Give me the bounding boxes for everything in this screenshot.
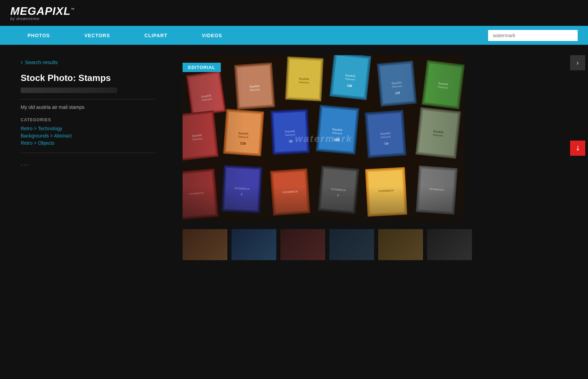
svg-text:30: 30	[289, 139, 293, 143]
nav-item-photos[interactable]: PHOTOS	[10, 26, 67, 45]
svg-text:Republik: Republik	[285, 130, 295, 133]
chevron-left-icon: ‹	[21, 59, 23, 66]
categories-label: CATEGORIES	[21, 117, 169, 122]
svg-text:720: 720	[384, 142, 389, 145]
svg-text:Österreich: Österreich	[299, 81, 309, 84]
logo-sub: by by dreamstimedreamstime	[10, 17, 40, 21]
image-area: EDITORIAL	[183, 55, 567, 276]
thumbnail-1[interactable]	[183, 229, 227, 260]
photo-id-row	[21, 88, 117, 93]
sidebar-divider-2	[21, 153, 155, 153]
right-btn-1[interactable]: ›	[570, 55, 585, 70]
thumbnail-2[interactable]	[231, 229, 276, 260]
category-link-retro-technology[interactable]: Retro > Technology	[21, 126, 169, 131]
nav-item-clipart[interactable]: CLIPART	[127, 26, 185, 45]
logo-area[interactable]: MEGAPIXL™ by by dreamstimedreamstime	[10, 6, 75, 21]
photo-title: Stock Photo: Stamps	[21, 73, 169, 83]
svg-text:Republik: Republik	[299, 77, 309, 81]
logo-tm: ™	[71, 7, 75, 11]
photo-description: My old austria air mail stamps	[21, 104, 169, 110]
svg-text:240: 240	[333, 137, 340, 142]
main-nav: PHOTOS VECTORS CLIPART VIDEOS	[0, 26, 588, 45]
nav-item-videos[interactable]: VIDEOS	[185, 26, 239, 45]
more-dots: ...	[21, 160, 169, 167]
svg-text:240: 240	[347, 83, 352, 88]
page-header: MEGAPIXL™ by by dreamstimedreamstime	[0, 0, 588, 26]
svg-text:Österreich: Österreich	[285, 133, 296, 137]
main-content: ‹ Search results Stock Photo: Stamps My …	[0, 45, 588, 286]
back-link[interactable]: ‹ Search results	[21, 59, 169, 66]
thumbnail-3[interactable]	[280, 229, 325, 260]
main-image-container[interactable]: EDITORIAL	[183, 55, 465, 222]
sidebar-divider-1	[21, 99, 155, 100]
thumbnail-6[interactable]	[427, 229, 472, 260]
thumbnail-4[interactable]	[329, 229, 374, 260]
svg-rect-96	[183, 186, 465, 222]
nav-search	[488, 30, 578, 41]
svg-text:240: 240	[395, 91, 400, 95]
stamps-image: Republik Österreich Republik Österreich …	[183, 55, 465, 222]
category-link-retro-objects[interactable]: Retro > Objects	[21, 140, 169, 146]
thumbnails-row	[183, 229, 472, 260]
category-link-backgrounds-abstract[interactable]: Backgrounds > Abstract	[21, 133, 169, 139]
search-input[interactable]	[488, 30, 578, 41]
logo-main[interactable]: MEGAPIXL™	[10, 6, 75, 17]
editorial-badge: EDITORIAL	[183, 63, 221, 72]
right-buttons: › ⤓	[570, 55, 585, 156]
download-button[interactable]: ⤓	[570, 141, 585, 156]
sidebar: ‹ Search results Stock Photo: Stamps My …	[21, 55, 169, 276]
back-label: Search results	[25, 59, 58, 65]
nav-item-vectors[interactable]: VECTORS	[67, 26, 127, 45]
thumbnail-5[interactable]	[378, 229, 423, 260]
